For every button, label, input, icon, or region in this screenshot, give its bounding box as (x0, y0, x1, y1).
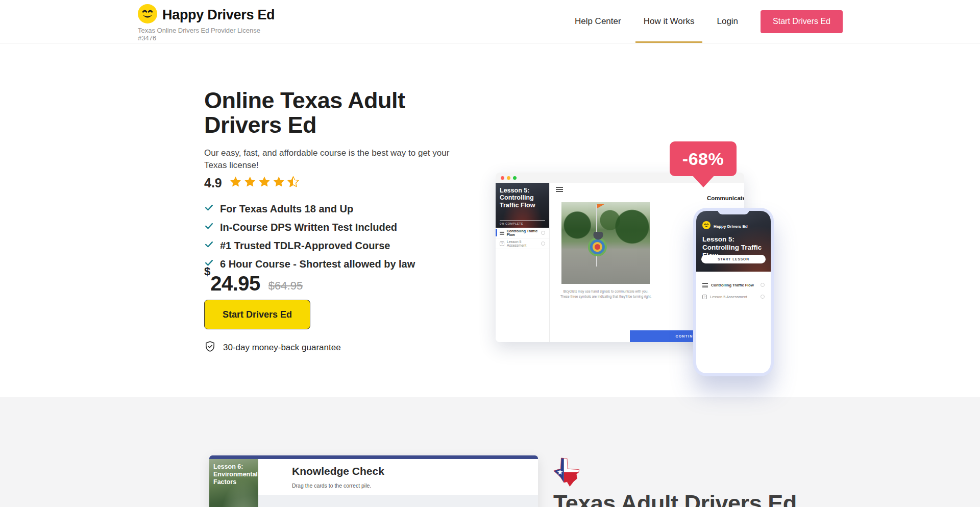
site-header: Happy Drivers Ed Texas Online Drivers Ed… (0, 0, 980, 43)
start-lesson-button: START LESSON (701, 255, 766, 263)
lesson-sidebar-header: Lesson 5: Controlling Traffic Flow 0% CO… (496, 183, 549, 228)
assessment-icon: ? (500, 242, 504, 246)
header-start-drivers-ed-button[interactable]: Start Drivers Ed (761, 10, 843, 33)
nav-login[interactable]: Login (717, 0, 738, 43)
product-mockup: -68% Lesson 5: Controlling Traffic Flow … (496, 141, 781, 381)
phone-lesson-header: Happy Drivers Ed Lesson 5: Controlling T… (696, 211, 771, 272)
lesson-progress: 0% COMPLETE (500, 220, 545, 225)
feature-item: 6 Hour Course - Shortest allowed by law (204, 258, 415, 270)
rating: 4.9 (204, 175, 300, 191)
phone-item-lesson-5-assessment: ? Lesson 5 Assessment (696, 292, 771, 302)
phone-mockup: Happy Drivers Ed Lesson 5: Controlling T… (693, 208, 774, 376)
main-nav: Help Center How it Works Login Start Dri… (575, 0, 843, 43)
assessment-icon: ? (702, 295, 707, 299)
hero-subtitle: Our easy, fast, and affordable course is… (204, 147, 467, 172)
phone-screen: Happy Drivers Ed Lesson 5: Controlling T… (696, 211, 771, 373)
progress-radio-icon (761, 283, 765, 287)
guarantee-text: 30-day money-back guarantee (223, 343, 341, 353)
rating-value: 4.9 (204, 176, 222, 190)
hero-title: Online Texas Adult Drivers Ed (204, 88, 444, 137)
cyclist-photo (561, 202, 650, 284)
hero-start-drivers-ed-button[interactable]: Start Drivers Ed (204, 300, 310, 329)
window-minimize-dot-icon (507, 176, 510, 180)
current-price: $24.95 (204, 272, 260, 295)
check-icon (204, 203, 214, 215)
smiley-logo-icon (138, 4, 157, 26)
menu-hamburger-icon (556, 186, 563, 193)
how-it-works-section: Lesson 6: Environmental Factors 0% COMPL… (0, 397, 980, 507)
lesson-6-title: Lesson 6: Environmental Factors (213, 463, 254, 486)
guarantee: 30-day money-back guarantee (204, 341, 341, 355)
hamburger-icon (500, 230, 504, 236)
phone-lesson-list: Controlling Traffic Flow ? Lesson 5 Asse… (696, 272, 771, 302)
texas-flag-icon (553, 457, 580, 489)
sidebar-item-lesson-5-assessment: ? Lesson 5 Assessment (496, 238, 549, 249)
feature-list: For Texas Adults 18 and Up In-Course DPS… (204, 203, 415, 270)
landing-page: Happy Drivers Ed Texas Online Drivers Ed… (0, 0, 980, 507)
discount-badge: -68% (670, 141, 737, 176)
check-icon (204, 239, 214, 252)
lesson-6-card: Lesson 6: Environmental Factors 0% COMPL… (209, 455, 538, 507)
currency-symbol: $ (204, 265, 210, 278)
phone-item-controlling-traffic-flow: Controlling Traffic Flow (696, 279, 771, 292)
knowledge-check-heading: Knowledge Check (292, 465, 384, 477)
sidebar-item-controlling-traffic-flow: Controlling Traffic Flow (496, 228, 549, 238)
logo[interactable]: Happy Drivers Ed Texas Online Drivers Ed… (138, 4, 275, 42)
card-progress-bar (209, 455, 538, 459)
feature-item: For Texas Adults 18 and Up (204, 203, 415, 215)
nav-help-center[interactable]: Help Center (575, 0, 621, 43)
lesson-title: Lesson 5: Controlling Traffic Flow (500, 187, 545, 209)
shield-check-icon (204, 341, 216, 355)
star-rating-icons (229, 175, 300, 191)
brand-name: Happy Drivers Ed (162, 7, 275, 23)
feature-item: In-Course DPS Written Test Included (204, 221, 415, 233)
photo-caption: Bicyclists may use hand signals to commu… (555, 289, 657, 300)
provider-license: Texas Online Drivers Ed Provider License… (138, 27, 272, 42)
nav-how-it-works[interactable]: How it Works (644, 0, 695, 43)
article-heading: Communicate! (707, 195, 744, 201)
section-heading: Texas Adult Drivers Ed (553, 490, 797, 507)
lesson-6-sidebar: Lesson 6: Environmental Factors 0% COMPL… (209, 459, 258, 507)
window-zoom-dot-icon (513, 176, 517, 180)
price-amount: 24.95 (210, 272, 260, 295)
hamburger-icon (702, 282, 708, 288)
hero-section: Online Texas Adult Drivers Ed Our easy, … (0, 43, 980, 397)
window-close-dot-icon (501, 176, 504, 180)
progress-radio-icon (541, 231, 545, 235)
knowledge-check-panel: Knowledge Check Drag the cards to the co… (258, 459, 538, 507)
feature-item: #1 Trusted TDLR-Approved Course (204, 239, 415, 252)
phone-notch (718, 208, 749, 214)
progress-radio-icon (761, 295, 765, 299)
quiz-area (258, 495, 538, 507)
progress-radio-icon (541, 242, 545, 246)
lesson-sidebar: Lesson 5: Controlling Traffic Flow 0% CO… (496, 183, 550, 342)
knowledge-check-subtext: Drag the cards to the correct pile. (292, 482, 371, 489)
original-price: $64.95 (268, 279, 303, 295)
smiley-logo-icon (702, 221, 710, 231)
check-icon (204, 221, 214, 233)
phone-brand: Happy Drivers Ed (714, 224, 748, 229)
price: $24.95 $64.95 (204, 272, 303, 295)
